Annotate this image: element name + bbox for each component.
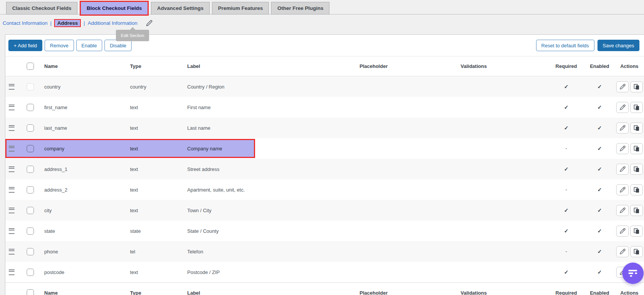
edit-field-button[interactable] xyxy=(616,123,629,134)
fields-panel: + Add field Remove Enable Disable Reset … xyxy=(5,34,644,295)
field-name: city xyxy=(42,208,128,213)
field-type: text xyxy=(128,105,185,110)
duplicate-field-button[interactable] xyxy=(630,226,643,237)
row-checkbox[interactable] xyxy=(27,248,34,255)
row-checkbox[interactable] xyxy=(27,166,34,173)
field-type: state xyxy=(128,228,185,234)
drag-handle-icon[interactable] xyxy=(9,166,14,172)
field-label: Postcode / ZIP xyxy=(185,269,357,275)
footer-header-enabled: Enabled xyxy=(583,290,616,295)
duplicate-field-button[interactable] xyxy=(630,123,643,134)
table-row-city: city text Town / City ✓ ✓ xyxy=(5,200,644,221)
row-checkbox[interactable] xyxy=(27,207,34,214)
edit-field-button[interactable] xyxy=(616,81,629,92)
column-header-actions: Actions xyxy=(616,63,644,69)
field-label: Town / City xyxy=(185,208,357,213)
duplicate-field-button[interactable] xyxy=(630,81,643,92)
section-nav: Contact Information | Address | Addition… xyxy=(3,18,153,27)
save-changes-button[interactable]: Save changes xyxy=(597,40,639,51)
select-all-checkbox-footer[interactable] xyxy=(27,289,34,295)
field-name: country xyxy=(42,84,128,90)
required-mark: ✓ xyxy=(564,228,569,234)
table-footer: Name Type Label Placeholder Validations … xyxy=(5,282,644,295)
field-label: First name xyxy=(185,105,357,110)
table-row-postcode: postcode text Postcode / ZIP ✓ ✓ xyxy=(5,262,644,282)
edit-field-button[interactable] xyxy=(616,205,629,216)
remove-button[interactable]: Remove xyxy=(45,40,74,51)
enable-button[interactable]: Enable xyxy=(76,40,102,51)
drag-handle-icon[interactable] xyxy=(9,269,14,275)
field-type: text xyxy=(128,208,185,213)
required-mark: ✓ xyxy=(564,84,569,90)
checkout-field-editor-page: Classic Checkout FieldsBlock Checkout Fi… xyxy=(0,0,644,295)
column-header-placeholder: Placeholder xyxy=(357,63,458,69)
tab-block-checkout-fields[interactable]: Block Checkout Fields xyxy=(80,1,149,16)
field-label: State / County xyxy=(185,228,357,234)
duplicate-field-button[interactable] xyxy=(630,102,643,113)
enabled-mark: ✓ xyxy=(597,269,602,275)
field-name: first_name xyxy=(42,105,128,110)
row-checkbox[interactable] xyxy=(27,186,34,193)
drag-handle-icon[interactable] xyxy=(9,228,14,234)
duplicate-field-button[interactable] xyxy=(630,184,643,195)
tab-classic-checkout-fields[interactable]: Classic Checkout Fields xyxy=(6,2,77,15)
add-field-button[interactable]: + Add field xyxy=(8,40,42,51)
row-checkbox[interactable] xyxy=(27,124,34,132)
field-type: text xyxy=(128,166,185,172)
required-mark: ✓ xyxy=(564,166,569,172)
tab-other-free-plugins[interactable]: Other Free Plugins xyxy=(271,2,329,15)
select-all-checkbox[interactable] xyxy=(27,63,34,70)
field-label: Apartment, suite, unit, etc. xyxy=(185,187,357,193)
required-mark: - xyxy=(565,248,567,255)
required-mark: ✓ xyxy=(564,104,569,110)
drag-handle-icon[interactable] xyxy=(9,105,14,110)
duplicate-field-button[interactable] xyxy=(630,205,643,216)
section-link-additional-information[interactable]: Additional Information xyxy=(88,20,138,26)
plugin-support-fab-button[interactable] xyxy=(622,263,644,284)
row-checkbox[interactable] xyxy=(27,145,34,152)
duplicate-field-button[interactable] xyxy=(630,246,643,257)
drag-handle-icon[interactable] xyxy=(9,208,14,213)
disable-button[interactable]: Disable xyxy=(104,40,132,51)
enabled-mark: ✓ xyxy=(597,104,602,110)
edit-field-button[interactable] xyxy=(616,226,629,237)
drag-handle-icon[interactable] xyxy=(9,187,14,193)
enabled-mark: ✓ xyxy=(597,84,602,90)
edit-field-button[interactable] xyxy=(616,164,629,175)
duplicate-field-button[interactable] xyxy=(630,164,643,175)
section-separator: | xyxy=(84,20,85,26)
required-mark: ✓ xyxy=(564,125,569,131)
table-row-address_1: address_1 text Street address ✓ ✓ xyxy=(5,159,644,179)
table-row-phone: phone tel Telefon - ✓ xyxy=(5,241,644,262)
enabled-mark: ✓ xyxy=(597,166,602,172)
section-separator: | xyxy=(50,20,52,26)
edit-field-button[interactable] xyxy=(616,102,629,113)
tab-premium-features[interactable]: Premium Features xyxy=(212,2,269,15)
section-link-contact-information[interactable]: Contact Information xyxy=(3,20,48,26)
footer-header-type: Type xyxy=(128,290,185,295)
row-checkbox[interactable] xyxy=(27,83,34,90)
reset-default-fields-button[interactable]: Reset to default fields xyxy=(536,40,594,51)
table-row-last_name: last_name text Last name ✓ ✓ xyxy=(5,118,644,138)
drag-handle-icon[interactable] xyxy=(9,125,14,131)
row-checkbox[interactable] xyxy=(27,227,34,235)
edit-field-button[interactable] xyxy=(616,184,629,195)
drag-handle-icon[interactable] xyxy=(9,249,14,255)
drag-handle-icon[interactable] xyxy=(9,84,14,90)
column-header-validations: Validations xyxy=(458,63,549,69)
edit-field-button[interactable] xyxy=(616,246,629,257)
edit-section-pencil-icon[interactable] xyxy=(146,20,153,26)
edit-field-button[interactable] xyxy=(616,143,629,154)
drag-handle-icon[interactable] xyxy=(9,146,14,152)
field-label: Street address xyxy=(185,166,357,172)
footer-header-validations: Validations xyxy=(458,290,549,295)
tab-advanced-settings[interactable]: Advanced Settings xyxy=(151,2,210,15)
duplicate-field-button[interactable] xyxy=(630,143,643,154)
field-name: phone xyxy=(42,249,128,255)
section-tab-address-active[interactable]: Address xyxy=(54,19,81,27)
row-checkbox[interactable] xyxy=(27,269,34,276)
table-row-company: company text Company name - ✓ xyxy=(5,138,644,159)
footer-header-required: Required xyxy=(549,290,583,295)
row-checkbox[interactable] xyxy=(27,104,34,111)
field-name: address_1 xyxy=(42,166,128,172)
